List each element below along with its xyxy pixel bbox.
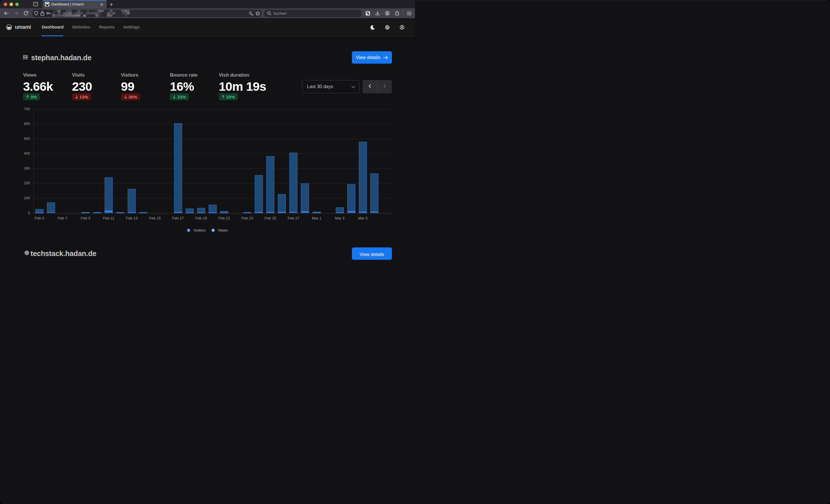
svg-text:A: A: [251, 13, 253, 15]
